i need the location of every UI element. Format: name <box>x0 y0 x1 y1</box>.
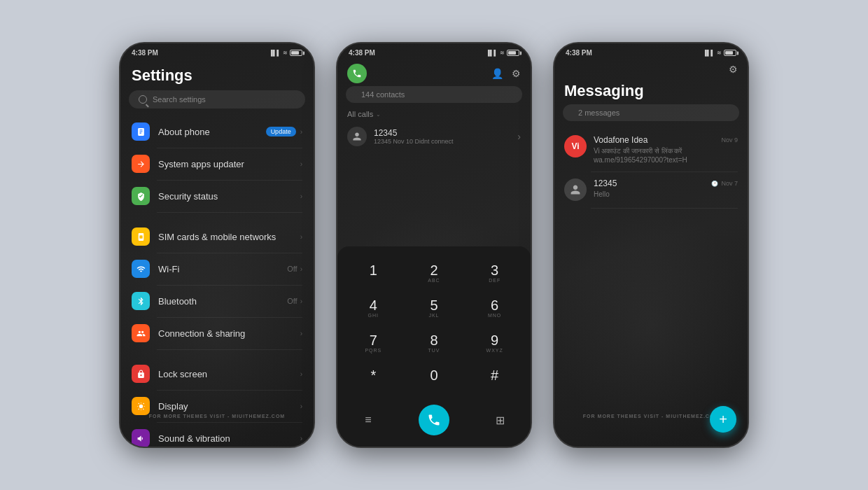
status-bar-1: 4:38 PM ▐▌▌ ≋ <box>120 43 314 59</box>
calls-tab[interactable]: All calls ⌄ <box>337 107 531 121</box>
dialer-screen: 4:38 PM ▐▌▌ ≋ 👤 ⚙ <box>337 43 531 447</box>
about-label: About phone <box>158 127 266 137</box>
msg-item-vodafone[interactable]: Vi Vodafone Idea Nov 9 Vi अकाउंट की जानक… <box>554 128 748 172</box>
messaging-title: Messaging <box>554 78 748 104</box>
watermark-3: FOR MORE THEMES VISIT - MIUITHEMEZ.COM <box>583 414 719 419</box>
settings-item-system-apps[interactable]: System apps updater › <box>120 148 314 180</box>
msg-12345-name-row: 12345 🕐 Nov 7 <box>594 178 738 188</box>
sound-icon <box>132 429 150 447</box>
status-icons-2: ▐▌▌ ≋ <box>486 50 519 56</box>
settings-item-connection[interactable]: Connection & sharing › <box>120 317 314 349</box>
clock-icon: 🕐 <box>711 181 718 187</box>
lock-icon <box>132 365 150 383</box>
settings-search-bar[interactable]: Search settings <box>129 90 305 108</box>
dial-key-8[interactable]: 8TUV <box>405 328 463 360</box>
call-log-item[interactable]: 12345 12345 Nov 10 Didnt connect › <box>337 121 531 152</box>
dial-key-hash[interactable]: # <box>465 363 524 395</box>
calls-tab-label: All calls <box>347 110 373 118</box>
settings-item-display[interactable]: Display › <box>120 390 314 422</box>
msg-item-12345[interactable]: 12345 🕐 Nov 7 Hello <box>554 172 748 208</box>
phone-frame-3: 4:38 PM ▐▌▌ ≋ ⚙ Messaging 2 messages <box>553 42 749 448</box>
svg-rect-2 <box>139 131 142 132</box>
contacts-icon[interactable]: 👤 <box>491 68 503 79</box>
dialer-top-bar: 👤 ⚙ <box>337 59 531 86</box>
compose-button[interactable]: + <box>710 406 736 433</box>
settings-item-sim[interactable]: SIM cards & mobile networks › <box>120 220 314 253</box>
dial-key-9[interactable]: 9WXYZ <box>465 328 524 360</box>
dial-key-7[interactable]: 7PQRS <box>344 328 402 360</box>
call-detail: 12345 Nov 10 Didnt connect <box>374 138 517 145</box>
msg-12345-name: 12345 <box>594 178 617 188</box>
display-chevron: › <box>300 402 302 410</box>
lock-chevron: › <box>300 370 302 378</box>
call-button[interactable] <box>419 405 449 435</box>
sim-chevron: › <box>300 233 302 241</box>
dialer-header-icons: 👤 ⚙ <box>491 68 521 79</box>
call-name: 12345 <box>374 128 517 138</box>
settings-icon-dialer[interactable]: ⚙ <box>512 68 521 79</box>
settings-item-sound[interactable]: Sound & vibration › <box>120 422 314 447</box>
dial-key-4[interactable]: 4GHI <box>344 293 402 325</box>
msg-12345-avatar <box>564 178 587 201</box>
phone-messaging: 4:38 PM ▐▌▌ ≋ ⚙ Messaging 2 messages <box>553 42 749 448</box>
dialer-phone-icon[interactable] <box>347 64 367 83</box>
settings-item-wifi[interactable]: Wi-Fi Off › <box>120 253 314 285</box>
security-label: Security status <box>158 191 300 202</box>
bluetooth-chevron: › <box>300 298 302 305</box>
dial-key-6[interactable]: 6MNO <box>465 293 524 325</box>
dial-key-0[interactable]: 0 <box>405 363 463 395</box>
dialpad-grid-btn[interactable]: ⊞ <box>487 407 512 433</box>
svg-point-6 <box>139 404 142 407</box>
msg-search-bar[interactable]: 2 messages <box>563 104 739 121</box>
dialpad-bottom: ≡ ⊞ <box>344 400 524 440</box>
dial-num-8: 8 <box>430 333 438 347</box>
call-info-arrow[interactable]: › <box>517 131 521 142</box>
calls-tab-arrow: ⌄ <box>376 111 381 118</box>
dial-sub-7: PQRS <box>365 348 382 354</box>
dialer-search-text: 144 contacts <box>361 90 405 99</box>
svg-rect-3 <box>139 132 141 133</box>
system-apps-label: System apps updater <box>158 159 300 169</box>
battery-fill-2 <box>508 51 516 55</box>
vodafone-name-row: Vodafone Idea Nov 9 <box>594 135 738 145</box>
dialpad: 1 2ABC 3DEF 4GHI 5JKL 6MNO 7PQRS 8TUV 9W… <box>337 246 531 447</box>
messaging-screen: 4:38 PM ▐▌▌ ≋ ⚙ Messaging 2 messages <box>554 43 748 447</box>
connection-label: Connection & sharing <box>158 328 300 339</box>
dialer-search-bar[interactable]: 144 contacts <box>346 86 522 103</box>
dial-key-3[interactable]: 3DEF <box>465 258 524 290</box>
dial-num-3: 3 <box>491 263 498 277</box>
dial-sub-8: TUV <box>428 348 440 354</box>
settings-item-lock[interactable]: Lock screen › <box>120 358 314 390</box>
battery-icon-2 <box>507 50 519 56</box>
vodafone-avatar: Vi <box>564 135 587 158</box>
settings-item-bluetooth[interactable]: Bluetooth Off › <box>120 285 314 317</box>
status-time-3: 4:38 PM <box>566 49 592 57</box>
dial-key-1[interactable]: 1 <box>344 258 402 290</box>
search-icon <box>139 95 147 104</box>
sim-label: SIM cards & mobile networks <box>158 232 300 242</box>
dial-key-5[interactable]: 5JKL <box>405 293 463 325</box>
phone-settings: 4:38 PM ▐▌▌ ≋ Settings Search settings <box>119 42 315 448</box>
dial-key-2[interactable]: 2ABC <box>405 258 463 290</box>
dial-key-star[interactable]: * <box>344 363 402 395</box>
dial-sub-3: DEF <box>489 278 500 284</box>
lock-label: Lock screen <box>158 369 300 379</box>
dial-num-9: 9 <box>491 333 498 347</box>
wifi-status-icon-3: ≋ <box>717 50 722 56</box>
vodafone-content: Vodafone Idea Nov 9 Vi अकाउंट की जानकारी… <box>594 135 738 164</box>
compose-icon: + <box>719 412 727 428</box>
settings-item-security[interactable]: Security status › <box>120 180 314 212</box>
dialpad-menu-btn[interactable]: ≡ <box>356 407 381 433</box>
bluetooth-label: Bluetooth <box>158 296 287 307</box>
battery-icon-3 <box>724 50 736 56</box>
svg-rect-5 <box>139 235 142 238</box>
msg-12345-preview: Hello <box>594 190 738 199</box>
status-icons-3: ▐▌▌ ≋ <box>703 50 736 56</box>
connection-chevron: › <box>300 330 302 337</box>
dial-sub-9: WXYZ <box>486 348 503 354</box>
settings-item-about[interactable]: About phone Update › <box>120 115 314 148</box>
phone-frame-1: 4:38 PM ▐▌▌ ≋ Settings Search settings <box>119 42 315 448</box>
dial-sub-4: GHI <box>368 313 379 319</box>
dial-num-4: 4 <box>370 298 377 312</box>
settings-icon-msg[interactable]: ⚙ <box>729 64 738 75</box>
